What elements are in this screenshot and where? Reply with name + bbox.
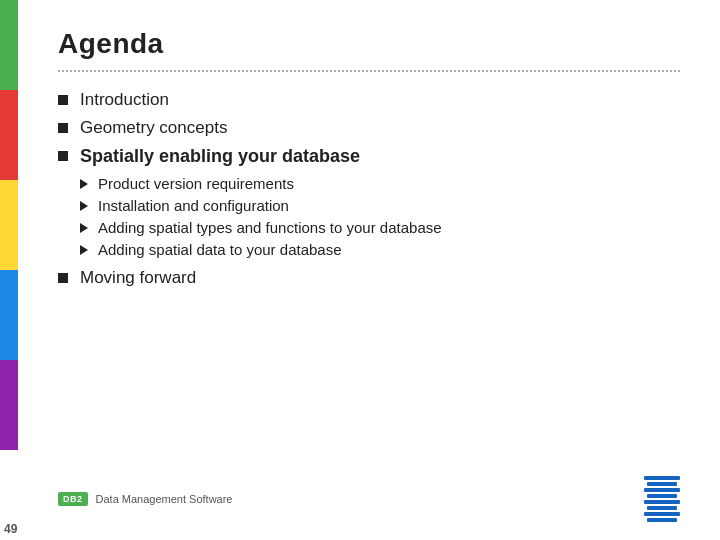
- db2-badge: DB2: [58, 492, 88, 506]
- sub-item-label: Adding spatial data to your database: [98, 241, 342, 258]
- ibm-logo-bar: [644, 488, 680, 492]
- ibm-logo-bar: [647, 494, 677, 498]
- bar-purple: [0, 360, 18, 450]
- sub-item-label: Adding spatial types and functions to yo…: [98, 219, 442, 236]
- sub-list-container: Product version requirements Installatio…: [58, 175, 680, 258]
- sub-arrow-icon: [80, 201, 88, 211]
- main-content: Agenda Introduction Geometry concepts Sp…: [18, 0, 720, 540]
- bar-yellow: [0, 180, 18, 270]
- list-item: Introduction: [58, 90, 680, 110]
- bullet-icon: [58, 123, 68, 133]
- sub-list-item: Installation and configuration: [80, 197, 680, 214]
- item-label: Spatially enabling your database: [80, 146, 360, 167]
- footer-text: Data Management Software: [96, 493, 233, 505]
- left-color-bar: [0, 0, 18, 540]
- item-label: Moving forward: [80, 268, 196, 288]
- sub-list: Product version requirements Installatio…: [80, 175, 680, 258]
- ibm-logo-bar: [647, 518, 677, 522]
- bullet-icon: [58, 273, 68, 283]
- sub-arrow-icon: [80, 179, 88, 189]
- ibm-logo: [644, 476, 680, 522]
- bar-red: [0, 90, 18, 180]
- list-item: Geometry concepts: [58, 118, 680, 138]
- section-divider: [58, 70, 680, 72]
- footer: DB2 Data Management Software: [58, 476, 680, 522]
- ibm-logo-bar: [644, 512, 680, 516]
- bar-blue: [0, 270, 18, 360]
- footer-left: DB2 Data Management Software: [58, 492, 232, 506]
- sub-list-item: Adding spatial data to your database: [80, 241, 680, 258]
- bullet-icon: [58, 95, 68, 105]
- sub-arrow-icon: [80, 245, 88, 255]
- ibm-logo-bar: [644, 500, 680, 504]
- sub-list-item: Product version requirements: [80, 175, 680, 192]
- list-item: Moving forward: [58, 268, 680, 288]
- ibm-logo-bar: [644, 476, 680, 480]
- item-label: Introduction: [80, 90, 169, 110]
- sub-item-label: Installation and configuration: [98, 197, 289, 214]
- item-label: Geometry concepts: [80, 118, 227, 138]
- sub-item-label: Product version requirements: [98, 175, 294, 192]
- page-number: 49: [4, 522, 17, 536]
- bullet-icon: [58, 151, 68, 161]
- bar-green: [0, 0, 18, 90]
- list-item: Spatially enabling your database: [58, 146, 680, 167]
- agenda-list: Introduction Geometry concepts Spatially…: [58, 90, 680, 296]
- sub-list-item: Adding spatial types and functions to yo…: [80, 219, 680, 236]
- ibm-logo-bar: [647, 506, 677, 510]
- page-title: Agenda: [58, 28, 680, 60]
- sub-arrow-icon: [80, 223, 88, 233]
- ibm-logo-bar: [647, 482, 677, 486]
